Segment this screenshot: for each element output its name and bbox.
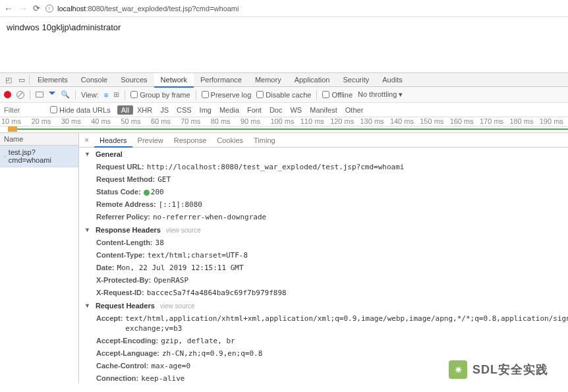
header-value: 38 — [156, 238, 164, 248]
clear-button[interactable] — [16, 91, 24, 99]
throttling-select[interactable]: No throttling ▾ — [358, 90, 403, 99]
close-detail-icon[interactable]: × — [82, 136, 92, 145]
section-header[interactable]: ▼Response Headersview source — [79, 223, 568, 237]
tab-elements[interactable]: Elements — [31, 73, 74, 86]
detail-tab-preview[interactable]: Preview — [132, 134, 169, 146]
name-column-header[interactable]: Name — [0, 133, 78, 146]
filter-icon[interactable] — [49, 92, 55, 98]
tick: 90 ms — [239, 117, 269, 126]
search-icon[interactable]: 🔍 — [61, 90, 70, 99]
header-value: http://localhost:8080/test_war_exploded/… — [147, 162, 405, 172]
header-row: Request URL:http://localhost:8080/test_w… — [79, 161, 568, 173]
divider — [30, 90, 30, 99]
header-key: Request Method: — [96, 175, 155, 184]
tick: 130 ms — [359, 117, 389, 126]
header-row: X-Request-ID:baccec5a7f4a4864ba9c69f7b97… — [79, 287, 568, 299]
tick: 160 ms — [449, 117, 478, 126]
timeline-bar — [8, 126, 17, 132]
triangle-icon: ▼ — [84, 302, 90, 309]
section-header[interactable]: ▼Request Headersview source — [79, 299, 568, 312]
section-header[interactable]: ▼General — [79, 148, 568, 161]
detail-tab-headers[interactable]: Headers — [94, 134, 132, 148]
timeline-overview[interactable] — [0, 126, 568, 133]
header-value: OpenRASP — [154, 275, 188, 285]
tab-console[interactable]: Console — [74, 73, 114, 86]
tab-audits[interactable]: Audits — [376, 73, 409, 86]
section-title: Response Headers — [96, 226, 161, 234]
waterfall-icon[interactable]: ⊞ — [113, 90, 119, 99]
filter-type-css[interactable]: CSS — [173, 105, 196, 115]
inspect-icon[interactable]: ◰ — [3, 74, 14, 86]
preserve-log-checkbox[interactable]: Preserve log — [202, 91, 252, 99]
filter-input[interactable] — [4, 106, 43, 114]
filter-type-other[interactable]: Other — [341, 105, 368, 115]
header-row: Accept:text/html,application/xhtml+xml,a… — [79, 312, 568, 335]
filter-type-js[interactable]: JS — [156, 105, 173, 115]
tick: 20 ms — [30, 117, 59, 126]
site-info-icon[interactable]: i — [45, 5, 53, 13]
tick: 10 ms — [0, 117, 30, 126]
filter-type-font[interactable]: Font — [243, 105, 266, 115]
header-key: Remote Address: — [96, 200, 156, 210]
divider — [196, 90, 196, 99]
view-source-link[interactable]: view source — [160, 302, 195, 310]
filter-type-img[interactable]: Img — [196, 105, 215, 115]
tick: 100 ms — [269, 117, 298, 126]
header-row: Request Method:GET — [79, 173, 568, 186]
tab-memory[interactable]: Memory — [248, 73, 288, 86]
header-value: keep-alive — [141, 374, 185, 383]
large-rows-icon[interactable]: ≡ — [104, 91, 108, 99]
detail-tab-timing[interactable]: Timing — [248, 134, 281, 146]
header-key: X-Request-ID: — [96, 288, 144, 298]
address-bar[interactable]: i localhost:8080/test_war_exploded/test.… — [45, 4, 564, 13]
header-key: X-Protected-By: — [96, 275, 151, 285]
tick: 140 ms — [389, 117, 418, 126]
group-by-frame-checkbox[interactable]: Group by frame — [130, 91, 190, 99]
disable-cache-checkbox[interactable]: Disable cache — [256, 91, 311, 99]
detail-tab-response[interactable]: Response — [169, 134, 212, 146]
wechat-icon: ✷ — [449, 360, 467, 379]
filter-type-xhr[interactable]: XHR — [133, 105, 156, 115]
divider — [316, 90, 317, 99]
filter-type-manifest[interactable]: Manifest — [306, 105, 341, 115]
divider — [125, 90, 125, 99]
header-row: Accept-Language:zh-CN,zh;q=0.9,en;q=0.8 — [79, 347, 568, 360]
filter-type-media[interactable]: Media — [215, 105, 243, 115]
tab-sources[interactable]: Sources — [114, 73, 154, 86]
status-dot-icon — [144, 190, 150, 196]
back-button[interactable]: ← — [4, 3, 13, 14]
header-value: baccec5a7f4a4864ba9c69f7b979f898 — [147, 288, 287, 298]
forward-button[interactable]: → — [18, 3, 28, 14]
view-source-link[interactable]: view source — [166, 227, 201, 234]
network-toolbar: 🔍 View: ≡ ⊞ Group by frame Preserve log … — [0, 87, 568, 103]
header-key: Content-Type: — [96, 250, 145, 260]
offline-checkbox[interactable]: Offline — [322, 91, 353, 99]
hide-data-urls-checkbox[interactable]: Hide data URLs — [50, 106, 111, 114]
header-key: Status Code: — [96, 187, 141, 197]
screenshot-icon[interactable] — [36, 92, 43, 98]
tick: 40 ms — [90, 117, 119, 126]
tick: 50 ms — [120, 117, 150, 126]
filter-type-doc[interactable]: Doc — [266, 105, 287, 115]
header-value: 200 — [144, 187, 164, 197]
triangle-icon: ▼ — [84, 151, 90, 157]
record-button[interactable] — [4, 91, 11, 98]
request-row[interactable]: test.jsp?cmd=whoami — [0, 146, 78, 167]
tab-application[interactable]: Application — [288, 73, 337, 86]
header-value: [::1]:8080 — [159, 200, 202, 210]
reload-button[interactable]: ⟳ — [33, 3, 40, 13]
request-detail-pane: × HeadersPreviewResponseCookiesTiming ▼G… — [79, 133, 568, 383]
filter-type-all[interactable]: All — [117, 105, 133, 115]
header-key: Connection: — [96, 374, 138, 383]
header-key: Accept-Language: — [96, 349, 159, 358]
tab-security[interactable]: Security — [336, 73, 376, 86]
detail-tabbar: × HeadersPreviewResponseCookiesTiming — [79, 133, 568, 148]
tab-network[interactable]: Network — [154, 73, 194, 88]
header-row: Date:Mon, 22 Jul 2019 12:15:11 GMT — [79, 262, 568, 274]
detail-tab-cookies[interactable]: Cookies — [212, 134, 248, 146]
tick: 170 ms — [478, 117, 508, 126]
header-value: Mon, 22 Jul 2019 12:15:11 GMT — [117, 263, 244, 273]
device-toggle-icon[interactable]: ▭ — [16, 74, 28, 86]
tab-performance[interactable]: Performance — [194, 73, 248, 86]
filter-type-ws[interactable]: WS — [286, 105, 306, 115]
